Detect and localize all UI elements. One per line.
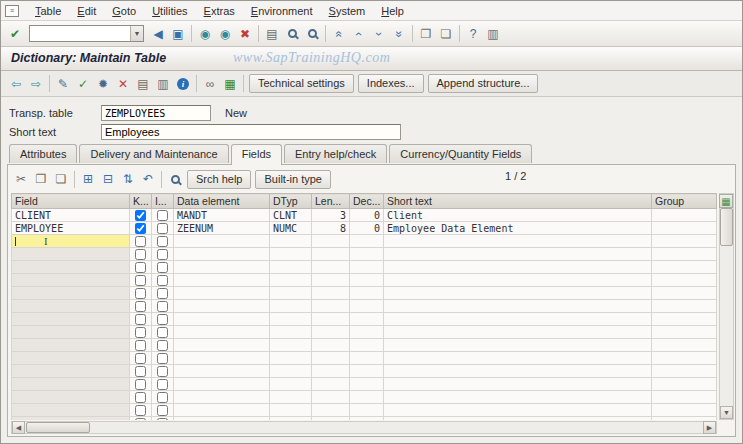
create-shortcut-icon[interactable]: ❏ — [436, 24, 456, 43]
initial-checkbox[interactable] — [157, 340, 168, 351]
scroll-down-icon[interactable]: ▼ — [720, 406, 733, 419]
data-element-cell[interactable] — [174, 287, 270, 300]
nav-back-icon[interactable]: ⇦ — [6, 74, 26, 93]
find-icon[interactable] — [282, 24, 302, 43]
field-name-cell[interactable] — [12, 313, 130, 326]
initial-checkbox[interactable] — [157, 275, 168, 286]
col-header-initial[interactable]: I... — [152, 194, 174, 209]
data-element-cell[interactable] — [174, 352, 270, 365]
page-down-icon[interactable]: › — [369, 24, 389, 43]
technical-settings-button[interactable]: Technical settings — [249, 74, 354, 93]
command-dropdown-icon[interactable]: ▼ — [130, 26, 143, 41]
last-page-icon[interactable]: » — [389, 24, 409, 43]
cancel-icon[interactable]: ✖ — [235, 24, 255, 43]
display-change-icon[interactable]: ✎ — [53, 74, 73, 93]
page-up-icon[interactable]: ‹ — [349, 24, 369, 43]
paste-icon[interactable]: ❏ — [51, 170, 71, 189]
key-checkbox[interactable] — [135, 405, 146, 416]
field-name-cell[interactable] — [12, 417, 130, 421]
initial-checkbox[interactable] — [157, 379, 168, 390]
initial-checkbox[interactable] — [157, 418, 168, 420]
nav-forward-icon[interactable]: ⇨ — [26, 74, 46, 93]
field-name-cell[interactable] — [12, 339, 130, 352]
data-element-cell[interactable] — [174, 378, 270, 391]
key-checkbox[interactable] — [135, 249, 146, 260]
window-system-icon[interactable]: ≡ — [5, 5, 19, 17]
initial-checkbox[interactable] — [157, 314, 168, 325]
field-name-cell[interactable]: EMPLOYEE — [12, 222, 130, 235]
end-session-icon[interactable]: ◉ — [195, 24, 215, 43]
data-element-cell[interactable] — [174, 326, 270, 339]
delete-row-icon[interactable]: ⊟ — [98, 170, 118, 189]
menu-utilities[interactable]: Utilities — [144, 3, 195, 19]
initial-checkbox[interactable] — [157, 366, 168, 377]
menu-environment[interactable]: Environment — [243, 3, 321, 19]
customize-layout-icon[interactable]: ▥ — [483, 24, 503, 43]
tab-currency-quantity-fields[interactable]: Currency/Quantity Fields — [389, 144, 532, 163]
initial-checkbox[interactable] — [157, 210, 168, 221]
col-header-data-element[interactable]: Data element — [174, 194, 270, 209]
field-name-cell[interactable] — [12, 300, 130, 313]
data-element-cell[interactable]: ZEENUM — [174, 222, 270, 235]
key-checkbox[interactable] — [135, 223, 146, 234]
move-rows-icon[interactable]: ⇅ — [118, 170, 138, 189]
field-name-cell[interactable] — [12, 326, 130, 339]
tab-fields[interactable]: Fields — [231, 144, 282, 165]
table-settings-icon[interactable]: ▦ — [719, 194, 733, 208]
scroll-left-icon[interactable]: ◀ — [12, 421, 25, 434]
display-glasses-icon[interactable]: ∞ — [200, 74, 220, 93]
field-name-cell[interactable] — [12, 365, 130, 378]
enter-icon[interactable]: ✔ — [5, 24, 25, 43]
key-checkbox[interactable] — [135, 301, 146, 312]
col-header-dtyp[interactable]: DTyp — [270, 194, 312, 209]
key-checkbox[interactable] — [135, 327, 146, 338]
data-element-cell[interactable] — [174, 313, 270, 326]
indexes-button[interactable]: Indexes... — [358, 74, 424, 93]
active-edit-cell[interactable]: I — [12, 235, 130, 248]
transport-icon[interactable]: ▥ — [153, 74, 173, 93]
col-header-key[interactable]: K... — [130, 194, 152, 209]
key-checkbox[interactable] — [135, 340, 146, 351]
data-element-cell[interactable] — [174, 274, 270, 287]
col-header-short-text[interactable]: Short text — [384, 194, 652, 209]
key-checkbox[interactable] — [135, 353, 146, 364]
field-name-cell[interactable] — [12, 352, 130, 365]
find-next-icon[interactable] — [302, 24, 322, 43]
key-checkbox[interactable] — [135, 379, 146, 390]
scroll-right-icon[interactable]: ▶ — [703, 421, 716, 434]
menu-system[interactable]: System — [321, 3, 374, 19]
field-name-cell[interactable] — [12, 287, 130, 300]
data-element-cell[interactable] — [174, 248, 270, 261]
transp-table-input[interactable] — [101, 105, 211, 121]
check-icon[interactable]: ✓ — [73, 74, 93, 93]
built-in-type-button[interactable]: Built-in type — [255, 170, 330, 189]
horizontal-scrollbar[interactable]: ◀ ▶ — [11, 421, 717, 434]
print-icon[interactable]: ▤ — [262, 24, 282, 43]
table-contents-icon[interactable]: ▦ — [220, 74, 240, 93]
append-structure-button[interactable]: Append structure... — [428, 74, 539, 93]
col-header-group[interactable]: Group — [652, 194, 717, 209]
back-icon[interactable]: ◀ — [148, 24, 168, 43]
short-text-input[interactable] — [101, 124, 401, 140]
undo-icon[interactable]: ↶ — [138, 170, 158, 189]
menu-help[interactable]: Help — [373, 3, 412, 19]
srch-help-button[interactable]: Srch help — [187, 170, 251, 189]
new-session-icon[interactable]: ❐ — [416, 24, 436, 43]
key-checkbox[interactable] — [135, 418, 146, 420]
key-checkbox[interactable] — [135, 392, 146, 403]
tab-attributes[interactable]: Attributes — [9, 144, 77, 163]
data-element-cell[interactable] — [174, 365, 270, 378]
delete-icon[interactable]: ✕ — [113, 74, 133, 93]
key-checkbox[interactable] — [135, 314, 146, 325]
data-element-cell[interactable] — [174, 261, 270, 274]
key-checkbox[interactable] — [135, 275, 146, 286]
initial-checkbox[interactable] — [157, 236, 168, 247]
data-element-cell[interactable] — [174, 391, 270, 404]
initial-checkbox[interactable] — [157, 392, 168, 403]
data-element-cell[interactable] — [174, 235, 270, 248]
field-name-cell[interactable] — [12, 378, 130, 391]
field-name-cell[interactable] — [12, 261, 130, 274]
cut-icon[interactable]: ✂ — [11, 170, 31, 189]
activate-icon[interactable]: ✹ — [93, 74, 113, 93]
initial-checkbox[interactable] — [157, 288, 168, 299]
